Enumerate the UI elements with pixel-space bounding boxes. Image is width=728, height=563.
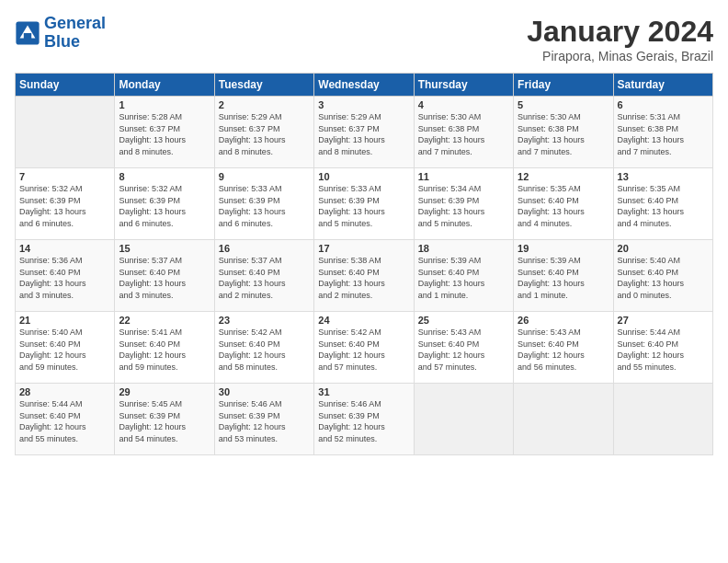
calendar-week-2: 7Sunrise: 5:32 AM Sunset: 6:39 PM Daylig… xyxy=(16,168,713,240)
day-info: Sunrise: 5:32 AM Sunset: 6:39 PM Dayligh… xyxy=(19,183,110,229)
day-number: 26 xyxy=(518,315,609,326)
day-info: Sunrise: 5:43 AM Sunset: 6:40 PM Dayligh… xyxy=(418,327,509,373)
day-info: Sunrise: 5:44 AM Sunset: 6:40 PM Dayligh… xyxy=(618,327,709,373)
title-block: January 2024 Pirapora, Minas Gerais, Bra… xyxy=(527,15,713,63)
header-tuesday: Tuesday xyxy=(214,74,313,97)
header-wednesday: Wednesday xyxy=(314,74,414,97)
calendar-cell: 25Sunrise: 5:43 AM Sunset: 6:40 PM Dayli… xyxy=(414,312,513,384)
day-info: Sunrise: 5:42 AM Sunset: 6:40 PM Dayligh… xyxy=(219,327,310,373)
day-number: 1 xyxy=(119,99,210,110)
calendar-week-1: 1Sunrise: 5:28 AM Sunset: 6:37 PM Daylig… xyxy=(16,97,713,168)
subtitle: Pirapora, Minas Gerais, Brazil xyxy=(527,49,713,63)
day-info: Sunrise: 5:42 AM Sunset: 6:40 PM Dayligh… xyxy=(318,327,409,373)
day-number: 2 xyxy=(219,99,310,110)
day-info: Sunrise: 5:28 AM Sunset: 6:37 PM Dayligh… xyxy=(119,111,210,157)
day-number: 15 xyxy=(119,243,210,254)
header: General Blue January 2024 Pirapora, Mina… xyxy=(15,15,713,63)
calendar-cell: 30Sunrise: 5:46 AM Sunset: 6:39 PM Dayli… xyxy=(214,384,313,455)
day-info: Sunrise: 5:46 AM Sunset: 6:39 PM Dayligh… xyxy=(318,398,409,444)
calendar-cell xyxy=(613,384,712,455)
calendar-week-3: 14Sunrise: 5:36 AM Sunset: 6:40 PM Dayli… xyxy=(16,240,713,312)
header-row: Sunday Monday Tuesday Wednesday Thursday… xyxy=(16,74,713,97)
day-number: 29 xyxy=(119,386,210,397)
day-number: 3 xyxy=(318,99,409,110)
day-info: Sunrise: 5:31 AM Sunset: 6:38 PM Dayligh… xyxy=(618,111,709,157)
calendar-cell: 18Sunrise: 5:39 AM Sunset: 6:40 PM Dayli… xyxy=(414,240,513,312)
logo: General Blue xyxy=(15,15,106,52)
calendar-cell: 17Sunrise: 5:38 AM Sunset: 6:40 PM Dayli… xyxy=(314,240,414,312)
day-number: 27 xyxy=(618,315,709,326)
day-number: 13 xyxy=(618,171,709,182)
day-number: 8 xyxy=(119,171,210,182)
calendar-cell: 27Sunrise: 5:44 AM Sunset: 6:40 PM Dayli… xyxy=(613,312,712,384)
header-monday: Monday xyxy=(115,74,214,97)
calendar-cell: 11Sunrise: 5:34 AM Sunset: 6:39 PM Dayli… xyxy=(414,168,513,240)
day-number: 28 xyxy=(19,386,110,397)
calendar-cell: 29Sunrise: 5:45 AM Sunset: 6:39 PM Dayli… xyxy=(115,384,214,455)
calendar-container: General Blue January 2024 Pirapora, Mina… xyxy=(0,0,728,463)
calendar-table: Sunday Monday Tuesday Wednesday Thursday… xyxy=(15,73,713,455)
calendar-cell: 24Sunrise: 5:42 AM Sunset: 6:40 PM Dayli… xyxy=(314,312,414,384)
logo-icon xyxy=(15,20,40,46)
calendar-cell: 28Sunrise: 5:44 AM Sunset: 6:40 PM Dayli… xyxy=(16,384,115,455)
header-friday: Friday xyxy=(514,74,613,97)
day-number: 5 xyxy=(518,99,609,110)
day-info: Sunrise: 5:33 AM Sunset: 6:39 PM Dayligh… xyxy=(318,183,409,229)
day-number: 14 xyxy=(19,243,110,254)
day-info: Sunrise: 5:35 AM Sunset: 6:40 PM Dayligh… xyxy=(518,183,609,229)
day-info: Sunrise: 5:44 AM Sunset: 6:40 PM Dayligh… xyxy=(19,398,110,444)
day-number: 18 xyxy=(418,243,509,254)
day-info: Sunrise: 5:30 AM Sunset: 6:38 PM Dayligh… xyxy=(518,111,609,157)
calendar-cell: 2Sunrise: 5:29 AM Sunset: 6:37 PM Daylig… xyxy=(214,97,313,168)
day-number: 23 xyxy=(219,315,310,326)
calendar-cell: 16Sunrise: 5:37 AM Sunset: 6:40 PM Dayli… xyxy=(214,240,313,312)
calendar-cell: 26Sunrise: 5:43 AM Sunset: 6:40 PM Dayli… xyxy=(514,312,613,384)
calendar-cell xyxy=(514,384,613,455)
logo-line2: Blue xyxy=(44,32,80,51)
calendar-week-4: 21Sunrise: 5:40 AM Sunset: 6:40 PM Dayli… xyxy=(16,312,713,384)
day-info: Sunrise: 5:43 AM Sunset: 6:40 PM Dayligh… xyxy=(518,327,609,373)
day-info: Sunrise: 5:38 AM Sunset: 6:40 PM Dayligh… xyxy=(318,255,409,301)
day-info: Sunrise: 5:39 AM Sunset: 6:40 PM Dayligh… xyxy=(418,255,509,301)
calendar-cell: 6Sunrise: 5:31 AM Sunset: 6:38 PM Daylig… xyxy=(613,97,712,168)
calendar-cell: 22Sunrise: 5:41 AM Sunset: 6:40 PM Dayli… xyxy=(115,312,214,384)
calendar-cell: 10Sunrise: 5:33 AM Sunset: 6:39 PM Dayli… xyxy=(314,168,414,240)
day-info: Sunrise: 5:36 AM Sunset: 6:40 PM Dayligh… xyxy=(19,255,110,301)
calendar-cell: 12Sunrise: 5:35 AM Sunset: 6:40 PM Dayli… xyxy=(514,168,613,240)
day-info: Sunrise: 5:37 AM Sunset: 6:40 PM Dayligh… xyxy=(119,255,210,301)
calendar-cell: 20Sunrise: 5:40 AM Sunset: 6:40 PM Dayli… xyxy=(613,240,712,312)
day-number: 11 xyxy=(418,171,509,182)
day-number: 30 xyxy=(219,386,310,397)
calendar-cell: 5Sunrise: 5:30 AM Sunset: 6:38 PM Daylig… xyxy=(514,97,613,168)
calendar-cell: 9Sunrise: 5:33 AM Sunset: 6:39 PM Daylig… xyxy=(214,168,313,240)
calendar-cell: 19Sunrise: 5:39 AM Sunset: 6:40 PM Dayli… xyxy=(514,240,613,312)
day-number: 12 xyxy=(518,171,609,182)
day-number: 31 xyxy=(318,386,409,397)
calendar-cell: 13Sunrise: 5:35 AM Sunset: 6:40 PM Dayli… xyxy=(613,168,712,240)
day-number: 4 xyxy=(418,99,509,110)
day-info: Sunrise: 5:34 AM Sunset: 6:39 PM Dayligh… xyxy=(418,183,509,229)
day-info: Sunrise: 5:33 AM Sunset: 6:39 PM Dayligh… xyxy=(219,183,310,229)
day-info: Sunrise: 5:32 AM Sunset: 6:39 PM Dayligh… xyxy=(119,183,210,229)
day-info: Sunrise: 5:45 AM Sunset: 6:39 PM Dayligh… xyxy=(119,398,210,444)
day-number: 17 xyxy=(318,243,409,254)
calendar-cell xyxy=(16,97,115,168)
calendar-cell: 3Sunrise: 5:29 AM Sunset: 6:37 PM Daylig… xyxy=(314,97,414,168)
day-info: Sunrise: 5:40 AM Sunset: 6:40 PM Dayligh… xyxy=(618,255,709,301)
day-info: Sunrise: 5:29 AM Sunset: 6:37 PM Dayligh… xyxy=(219,111,310,157)
header-thursday: Thursday xyxy=(414,74,513,97)
day-info: Sunrise: 5:37 AM Sunset: 6:40 PM Dayligh… xyxy=(219,255,310,301)
header-saturday: Saturday xyxy=(613,74,712,97)
day-number: 10 xyxy=(318,171,409,182)
calendar-week-5: 28Sunrise: 5:44 AM Sunset: 6:40 PM Dayli… xyxy=(16,384,713,455)
calendar-cell: 23Sunrise: 5:42 AM Sunset: 6:40 PM Dayli… xyxy=(214,312,313,384)
day-number: 20 xyxy=(618,243,709,254)
day-number: 25 xyxy=(418,315,509,326)
day-number: 6 xyxy=(618,99,709,110)
day-number: 22 xyxy=(119,315,210,326)
logo-text: General Blue xyxy=(44,15,106,52)
calendar-cell: 15Sunrise: 5:37 AM Sunset: 6:40 PM Dayli… xyxy=(115,240,214,312)
day-info: Sunrise: 5:35 AM Sunset: 6:40 PM Dayligh… xyxy=(618,183,709,229)
day-number: 16 xyxy=(219,243,310,254)
calendar-cell: 7Sunrise: 5:32 AM Sunset: 6:39 PM Daylig… xyxy=(16,168,115,240)
